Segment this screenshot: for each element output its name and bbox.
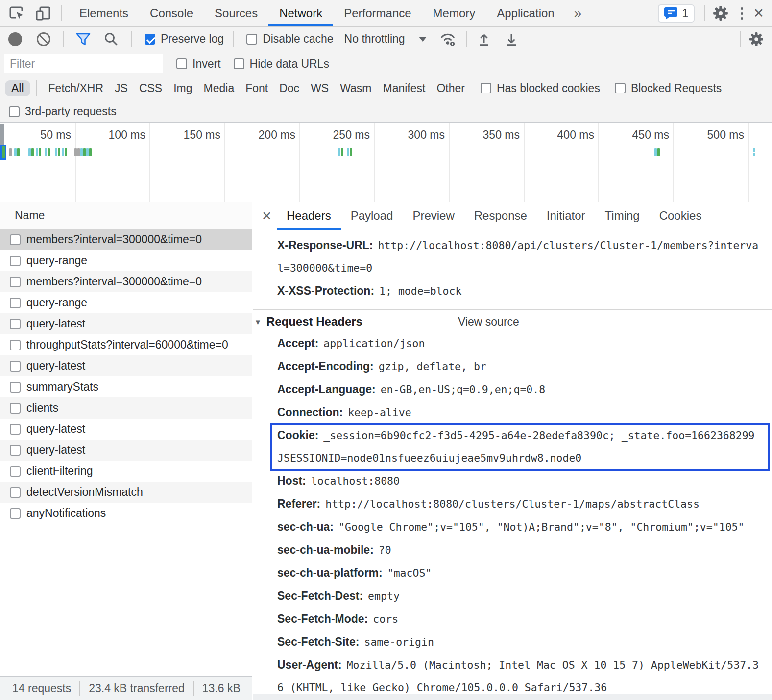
settings-gear-icon[interactable]: [712, 5, 729, 22]
tab-memory[interactable]: Memory: [422, 0, 486, 26]
checkbox-unchecked[interactable]: [481, 83, 491, 93]
type-filter-other[interactable]: Other: [436, 82, 465, 95]
detail-tab-payload[interactable]: Payload: [341, 202, 403, 230]
filter-input[interactable]: [4, 54, 163, 73]
record-button[interactable]: [8, 32, 22, 46]
detail-tab-preview[interactable]: Preview: [403, 202, 464, 230]
request-row[interactable]: query-range: [0, 292, 252, 313]
request-checkbox[interactable]: [10, 466, 21, 477]
checkbox-unchecked[interactable]: [176, 58, 187, 69]
network-settings-gear-icon[interactable]: [748, 31, 764, 47]
type-filter-css[interactable]: CSS: [139, 82, 162, 95]
waterfall-mark: [48, 148, 50, 156]
request-row[interactable]: clientFiltering: [0, 461, 252, 482]
header-line: sec-ch-ua-platform:"macOS": [277, 562, 772, 585]
invert-checkbox[interactable]: Invert: [176, 57, 221, 70]
request-row[interactable]: query-latest: [0, 355, 252, 376]
type-filter-ws[interactable]: WS: [311, 82, 329, 95]
waterfall-mark: [86, 148, 89, 156]
request-row[interactable]: detectVersionMismatch: [0, 482, 252, 503]
view-source-link[interactable]: View source: [458, 311, 519, 332]
detail-tab-response[interactable]: Response: [464, 202, 537, 230]
devtools-window: ElementsConsoleSourcesNetworkPerformance…: [0, 0, 772, 700]
request-row[interactable]: members?interval=300000&time=0: [0, 271, 252, 292]
request-checkbox[interactable]: [10, 382, 21, 393]
request-checkbox[interactable]: [10, 508, 21, 519]
type-filter-doc[interactable]: Doc: [279, 82, 299, 95]
type-filter-wasm[interactable]: Wasm: [340, 82, 371, 95]
device-toolbar-icon[interactable]: [35, 5, 52, 22]
blocked-requests-checkbox[interactable]: Blocked Requests: [615, 82, 722, 95]
more-tabs-button[interactable]: »: [565, 5, 591, 21]
inspect-element-icon[interactable]: [8, 4, 25, 22]
has-blocked-cookies-checkbox[interactable]: Has blocked cookies: [481, 82, 600, 95]
request-checkbox[interactable]: [10, 256, 21, 266]
tab-console[interactable]: Console: [139, 0, 204, 26]
hide-data-urls-checkbox[interactable]: Hide data URLs: [234, 57, 329, 70]
request-checkbox[interactable]: [10, 445, 21, 456]
preserve-log-checkbox[interactable]: Preserve log: [145, 32, 224, 46]
type-filter-media[interactable]: Media: [204, 82, 235, 95]
checkbox-unchecked[interactable]: [234, 58, 244, 69]
more-options-icon[interactable]: [736, 7, 748, 20]
clear-icon[interactable]: [36, 31, 51, 47]
checkbox-checked[interactable]: [145, 34, 155, 45]
tab-network[interactable]: Network: [268, 0, 333, 26]
request-row[interactable]: anyNotifications: [0, 503, 252, 524]
header-value: ?0: [379, 544, 391, 556]
request-row[interactable]: query-latest: [0, 440, 252, 461]
request-checkbox[interactable]: [10, 319, 21, 329]
detail-tab-timing[interactable]: Timing: [595, 202, 650, 230]
horizontal-scrollbar-track[interactable]: [253, 694, 772, 700]
import-har-icon[interactable]: [477, 31, 491, 47]
type-filter-all[interactable]: All: [5, 80, 30, 96]
request-row[interactable]: clients: [0, 397, 252, 419]
divider: [253, 309, 772, 310]
type-filter-font[interactable]: Font: [245, 82, 268, 95]
request-row[interactable]: query-latest: [0, 419, 252, 440]
request-checkbox[interactable]: [10, 487, 21, 498]
checkbox-unchecked[interactable]: [246, 34, 257, 45]
filter-funnel-icon[interactable]: [75, 31, 92, 47]
request-checkbox[interactable]: [10, 340, 21, 350]
checkbox-unchecked[interactable]: [9, 106, 20, 117]
type-filter-fetchxhr[interactable]: Fetch/XHR: [48, 82, 103, 95]
request-row[interactable]: summaryStats: [0, 376, 252, 397]
tab-application[interactable]: Application: [486, 0, 565, 26]
throttling-select[interactable]: No throttling: [344, 32, 405, 46]
request-row[interactable]: throughputStats?interval=60000&time=0: [0, 334, 252, 355]
network-conditions-icon[interactable]: [439, 31, 456, 47]
request-checkbox[interactable]: [10, 424, 21, 435]
request-checkbox[interactable]: [10, 277, 21, 287]
name-column-header[interactable]: Name: [0, 202, 252, 229]
chevron-down-icon[interactable]: [419, 37, 427, 42]
close-detail-icon[interactable]: ✕: [262, 209, 272, 223]
timeline-tick-label: 100 ms: [72, 128, 145, 141]
checkbox-unchecked[interactable]: [615, 83, 626, 93]
type-filter-manifest[interactable]: Manifest: [383, 82, 426, 95]
tab-elements[interactable]: Elements: [69, 0, 139, 26]
request-checkbox[interactable]: [10, 403, 21, 414]
request-row[interactable]: query-latest: [0, 313, 252, 334]
export-har-icon[interactable]: [504, 31, 519, 47]
type-filter-img[interactable]: Img: [173, 82, 192, 95]
request-checkbox[interactable]: [10, 234, 21, 245]
type-filter-js[interactable]: JS: [115, 82, 128, 95]
request-row[interactable]: query-range: [0, 250, 252, 271]
waterfall-mark: [80, 148, 83, 156]
request-checkbox[interactable]: [10, 361, 21, 372]
request-checkbox[interactable]: [10, 298, 21, 308]
detail-tab-headers[interactable]: Headers: [277, 202, 341, 230]
issues-button[interactable]: 1: [658, 4, 695, 23]
tab-performance[interactable]: Performance: [333, 0, 422, 26]
network-overview[interactable]: 50 ms100 ms150 ms200 ms250 ms300 ms350 m…: [0, 123, 772, 202]
search-icon[interactable]: [103, 31, 119, 47]
disable-cache-checkbox[interactable]: Disable cache: [246, 32, 333, 46]
detail-tab-cookies[interactable]: Cookies: [650, 202, 712, 230]
tab-sources[interactable]: Sources: [204, 0, 268, 26]
request-row[interactable]: members?interval=300000&time=0: [0, 229, 252, 250]
detail-tab-initiator[interactable]: Initiator: [537, 202, 595, 230]
third-party-checkbox[interactable]: 3rd-party requests: [9, 105, 117, 118]
request-headers-section[interactable]: ▼Request Headers View source: [253, 311, 772, 332]
close-devtools-icon[interactable]: ✕: [748, 5, 772, 21]
